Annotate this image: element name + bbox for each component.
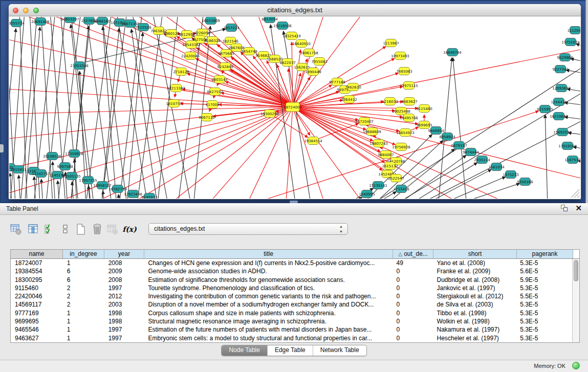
row-height-icon[interactable] <box>58 222 73 237</box>
table-cell[interactable]: 2008 <box>104 259 144 267</box>
table-cell[interactable]: 9465546 <box>11 325 63 334</box>
table-row[interactable]: 1938455462009Genome-wide association stu… <box>11 267 572 275</box>
right-panel-grip[interactable] <box>585 0 588 203</box>
table-cell[interactable]: 19384554 <box>11 267 63 275</box>
column-header-title[interactable]: title <box>144 250 393 258</box>
table-settings-icon[interactable] <box>8 222 24 237</box>
table-cell[interactable]: 0 <box>393 309 433 317</box>
table-cell[interactable]: Tourette syndrome. Phenomenology and cla… <box>144 284 393 292</box>
table-cell[interactable]: Yano et al. (2008) <box>432 259 516 267</box>
table-cell[interactable]: 5.3E-5 <box>516 259 572 267</box>
table-cell[interactable]: Estimation of significance thresholds fo… <box>144 276 393 284</box>
table-cell[interactable]: 2 <box>63 284 104 292</box>
table-cell[interactable]: 1997 <box>104 334 144 342</box>
table-cell[interactable]: 0 <box>393 276 433 284</box>
table-cell[interactable]: Wolkin et al. (1998) <box>432 317 516 325</box>
table-cell[interactable]: 2003 <box>104 300 144 309</box>
table-cell[interactable]: Changes of HCN gene expression and I(f) … <box>144 259 393 267</box>
show-columns-icon[interactable] <box>26 222 41 237</box>
table-cell[interactable]: Dudbridge et al. (2008) <box>432 276 516 284</box>
table-cell[interactable]: 2008 <box>104 276 144 284</box>
network-window-titlebar[interactable]: citations_edges.txt <box>9 4 581 16</box>
table-row[interactable]: 1456911722003Disruption of a novel membe… <box>11 300 572 309</box>
table-cell[interactable]: 2009 <box>104 267 144 275</box>
table-cell[interactable]: 2 <box>63 292 104 300</box>
table-cell[interactable]: 5.3E-5 <box>516 284 572 292</box>
table-cell[interactable]: 6 <box>63 276 104 284</box>
column-header-short[interactable]: short <box>433 250 517 258</box>
table-cell[interactable]: 5.6E-5 <box>516 267 572 275</box>
table-cell[interactable]: Estimation of the future numbers of pati… <box>144 325 393 334</box>
table-cell[interactable]: 1 <box>63 317 104 325</box>
table-cell[interactable]: 2012 <box>104 292 144 300</box>
table-cell[interactable]: 5.3E-5 <box>516 300 572 309</box>
table-row[interactable]: 946554611997Estimation of the future num… <box>11 325 572 334</box>
table-cell[interactable]: 1 <box>63 259 104 267</box>
table-row[interactable]: 977716911998Corpus callosum shape and si… <box>11 309 572 317</box>
table-row[interactable]: 2242004622012Investigating the contribut… <box>11 292 572 300</box>
table-cell[interactable]: 0 <box>393 317 433 325</box>
table-cell[interactable]: 5.3E-5 <box>516 325 572 334</box>
create-table-icon[interactable] <box>73 222 89 237</box>
table-cell[interactable]: Embryonic stem cells: a model to study s… <box>144 334 393 342</box>
table-selector-dropdown[interactable]: citations_edges.txt ▲▼ <box>148 223 348 235</box>
table-cell[interactable]: 0 <box>393 325 433 334</box>
table-cell[interactable]: de Silva et al. (2003) <box>432 300 516 309</box>
memory-status-indicator[interactable] <box>572 362 580 369</box>
table-cell[interactable]: 9463627 <box>11 334 63 342</box>
table-cell[interactable]: 5.5E-5 <box>516 292 572 300</box>
table-cell[interactable]: 0 <box>393 334 433 342</box>
table-cell[interactable]: 1997 <box>104 325 144 334</box>
table-row[interactable]: 1830029562008Estimation of significance … <box>11 276 572 284</box>
table-cell[interactable]: 1998 <box>104 317 144 325</box>
table-cell[interactable]: 0 <box>393 292 433 300</box>
table-cell[interactable]: Tibbo et al. (1998) <box>432 309 516 317</box>
column-header-pagerank[interactable]: pagerank <box>517 250 573 258</box>
column-header-out_de[interactable]: △ out_de... <box>393 250 433 258</box>
table-cell[interactable]: 1997 <box>104 284 144 292</box>
table-row[interactable]: 911546021997Tourette syndrome. Phenomeno… <box>11 284 572 292</box>
table-cell[interactable]: Hescheler et al. (1997) <box>432 334 516 342</box>
table-cell[interactable]: 9777169 <box>11 309 63 317</box>
close-panel-icon[interactable]: ✕ <box>575 205 582 212</box>
table-cell[interactable]: Corpus callosum shape and size in male p… <box>144 309 393 317</box>
table-cell[interactable]: 1998 <box>104 309 144 317</box>
table-cell[interactable]: 1 <box>63 334 104 342</box>
table-row[interactable]: 969969511998Structural magnetic resonanc… <box>11 317 572 325</box>
table-row[interactable]: 1872400712008Changes of HCN gene express… <box>11 259 572 267</box>
delete-table-icon[interactable] <box>90 222 105 237</box>
table-cell[interactable]: 2 <box>63 300 104 309</box>
table-cell[interactable]: 22420046 <box>11 292 63 300</box>
table-cell[interactable]: Structural magnetic resonance image aver… <box>144 317 393 325</box>
table-cell[interactable]: Investigating the contribution of common… <box>144 292 393 300</box>
select-visible-columns-icon[interactable] <box>42 222 57 237</box>
destroy-table-disabled-icon[interactable] <box>105 222 120 237</box>
table-cell[interactable]: 5.3E-5 <box>516 334 572 342</box>
table-row[interactable]: 946362711997Embryonic stem cells: a mode… <box>11 334 572 342</box>
table-cell[interactable]: 49 <box>393 259 433 267</box>
table-cell[interactable]: 6 <box>63 267 104 275</box>
tab-edge-table[interactable]: Edge Table <box>267 345 313 356</box>
table-scrollbar-thumb[interactable] <box>574 260 578 281</box>
table-cell[interactable]: 0 <box>393 284 433 292</box>
table-cell[interactable]: 1 <box>63 309 104 317</box>
table-cell[interactable]: Jankovic et al. (1997) <box>432 284 516 292</box>
column-header-name[interactable]: name <box>11 250 63 258</box>
table-cell[interactable]: 5.3E-5 <box>516 309 572 317</box>
table-cell[interactable]: Nakamura et al. (1997) <box>432 325 516 334</box>
table-cell[interactable]: 0 <box>393 267 433 275</box>
column-header-year[interactable]: year <box>104 250 144 258</box>
function-builder-icon[interactable]: f(x) <box>122 222 137 237</box>
table-scrollbar[interactable] <box>572 259 579 342</box>
table-cell[interactable]: 1 <box>63 325 104 334</box>
canvas-resize-grip[interactable] <box>571 189 579 198</box>
table-cell[interactable]: 9115460 <box>11 284 63 292</box>
table-cell[interactable]: 5.3E-5 <box>516 317 572 325</box>
table-cell[interactable]: 14569117 <box>11 300 63 309</box>
float-panel-icon[interactable] <box>561 205 568 212</box>
table-cell[interactable]: 0 <box>393 300 433 309</box>
column-header-in_degree[interactable]: in_degree <box>63 250 104 258</box>
table-cell[interactable]: Stergiakouli et al. (2012) <box>432 292 516 300</box>
table-cell[interactable]: 18724007 <box>11 259 63 267</box>
table-cell[interactable]: 5.9E-5 <box>516 276 572 284</box>
